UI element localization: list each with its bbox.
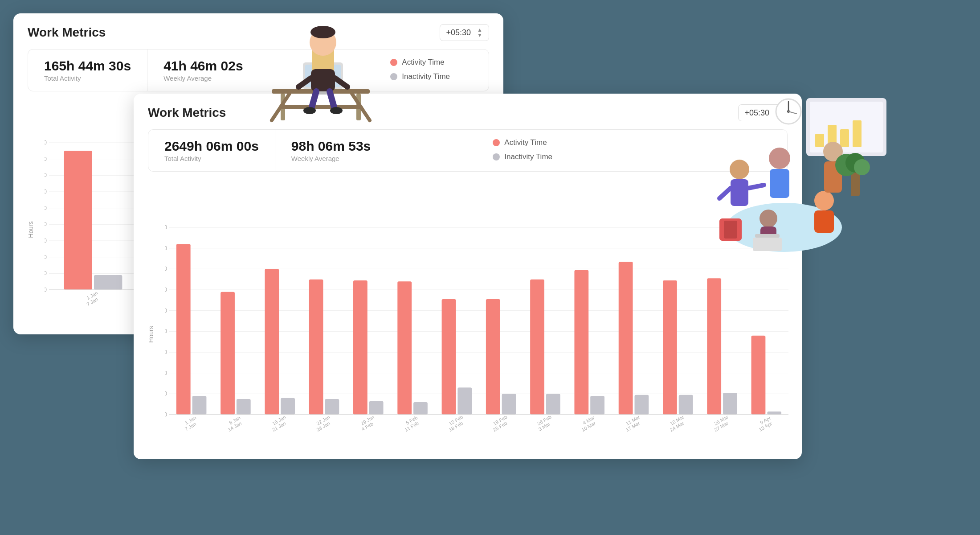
svg-text:700: 700 (165, 266, 167, 272)
svg-text:900: 900 (45, 140, 47, 146)
svg-rect-70 (281, 398, 295, 415)
back-card-header: Work Metrics +05:30 ▲▼ (13, 13, 503, 41)
svg-rect-85 (442, 299, 456, 415)
svg-rect-66 (237, 399, 251, 415)
svg-rect-94 (546, 394, 560, 415)
front-card: Work Metrics +05:30 ▲▼ 2649h 06m 00s Tot… (134, 94, 802, 459)
svg-text:900: 900 (165, 224, 167, 230)
front-weekly-avg-label: Weekly Average (291, 155, 371, 162)
back-y-axis-label: Hours (27, 221, 34, 238)
front-total-activity-box: 2649h 06m 00s Total Activity (148, 130, 275, 171)
svg-rect-81 (397, 281, 412, 415)
back-total-activity-label: Total Activity (44, 74, 131, 82)
front-weekly-avg-value: 98h 06m 53s (291, 139, 371, 154)
back-legend-activity: Activity Time (390, 58, 450, 67)
front-activity-dot (493, 139, 500, 146)
back-legend: Activity Time Inactivity Time (390, 58, 450, 81)
svg-rect-114 (767, 412, 781, 415)
svg-rect-139 (815, 134, 824, 147)
svg-text:0: 0 (45, 287, 47, 293)
svg-text:400: 400 (165, 328, 167, 334)
svg-rect-90 (502, 394, 516, 415)
svg-text:800: 800 (45, 156, 47, 162)
svg-point-166 (845, 153, 865, 173)
svg-rect-157 (824, 161, 842, 193)
svg-rect-164 (851, 169, 860, 196)
back-timezone-select[interactable]: +05:30 ▲▼ (440, 24, 489, 41)
svg-rect-137 (806, 98, 886, 156)
front-card-header: Work Metrics +05:30 ▲▼ (134, 94, 802, 121)
svg-rect-86 (457, 387, 472, 415)
front-legend-inactivity: Inactivity Time (493, 152, 552, 161)
svg-text:100: 100 (45, 270, 47, 276)
svg-rect-62 (192, 396, 207, 415)
timezone-arrows: ▲▼ (477, 27, 482, 38)
svg-text:200: 200 (45, 254, 47, 260)
front-y-axis-label: Hours (147, 326, 155, 342)
svg-rect-151 (814, 210, 834, 233)
svg-rect-113 (751, 336, 766, 415)
svg-rect-101 (619, 262, 633, 415)
svg-rect-78 (369, 401, 384, 415)
back-legend-inactivity: Inactivity Time (390, 72, 450, 81)
back-inactivity-dot (390, 73, 397, 80)
front-legend-activity: Activity Time (493, 138, 552, 147)
svg-rect-69 (265, 269, 279, 415)
svg-rect-82 (413, 402, 428, 415)
svg-rect-20 (64, 151, 92, 290)
back-activity-label: Activity Time (402, 58, 444, 67)
back-activity-dot (390, 59, 397, 66)
front-timezone-arrows: ▲▼ (776, 107, 781, 118)
svg-text:600: 600 (165, 287, 167, 293)
front-card-title: Work Metrics (148, 106, 226, 120)
svg-rect-97 (574, 270, 588, 415)
svg-rect-138 (810, 102, 883, 152)
svg-rect-77 (353, 280, 368, 415)
svg-text:500: 500 (45, 205, 47, 211)
svg-text:100: 100 (165, 391, 167, 397)
svg-rect-98 (590, 396, 604, 415)
svg-point-156 (823, 142, 843, 161)
svg-rect-102 (635, 395, 649, 415)
svg-point-167 (854, 159, 870, 175)
front-timezone-select[interactable]: +05:30 ▲▼ (738, 104, 788, 121)
front-legend: Activity Time Inactivity Time (493, 138, 552, 161)
back-inactivity-label: Inactivity Time (402, 72, 450, 81)
svg-rect-93 (530, 280, 544, 415)
svg-text:300: 300 (45, 238, 47, 244)
svg-text:500: 500 (165, 308, 167, 314)
back-total-activity-box: 165h 44m 30s Total Activity (28, 49, 147, 91)
svg-rect-105 (663, 280, 677, 415)
front-chart-svg: 01002003004005006007008009001 Jan7 Jan8 … (165, 218, 793, 450)
front-total-activity-value: 2649h 06m 00s (164, 139, 259, 154)
svg-rect-106 (679, 395, 693, 415)
svg-text:600: 600 (45, 189, 47, 195)
front-chart-container: Hours 01002003004005006007008009001 Jan7… (165, 218, 793, 450)
svg-point-150 (814, 191, 834, 210)
back-weekly-avg-value: 41h 46m 02s (163, 58, 243, 74)
front-timezone-value: +05:30 (745, 108, 770, 118)
svg-rect-142 (853, 120, 862, 147)
svg-rect-21 (94, 275, 122, 290)
svg-point-165 (835, 154, 858, 176)
front-activity-label: Activity Time (504, 138, 547, 147)
back-timezone-value: +05:30 (446, 28, 471, 37)
back-weekly-avg-box: 41h 46m 02s Weekly Average (147, 49, 259, 91)
back-card-title: Work Metrics (28, 25, 106, 40)
svg-text:400: 400 (45, 221, 47, 227)
svg-rect-65 (220, 292, 235, 415)
svg-rect-141 (840, 129, 849, 147)
svg-rect-74 (325, 399, 339, 415)
svg-rect-110 (723, 393, 737, 415)
svg-rect-89 (486, 299, 500, 415)
front-metrics-row: 2649h 06m 00s Total Activity 98h 06m 53s… (148, 129, 788, 172)
svg-text:200: 200 (165, 370, 167, 376)
front-inactivity-dot (493, 153, 500, 160)
svg-text:800: 800 (165, 245, 167, 251)
svg-rect-73 (309, 280, 323, 415)
svg-rect-61 (176, 244, 191, 415)
svg-text:300: 300 (165, 349, 167, 355)
svg-text:0: 0 (165, 412, 167, 418)
svg-text:700: 700 (45, 172, 47, 178)
back-weekly-avg-label: Weekly Average (163, 74, 243, 82)
